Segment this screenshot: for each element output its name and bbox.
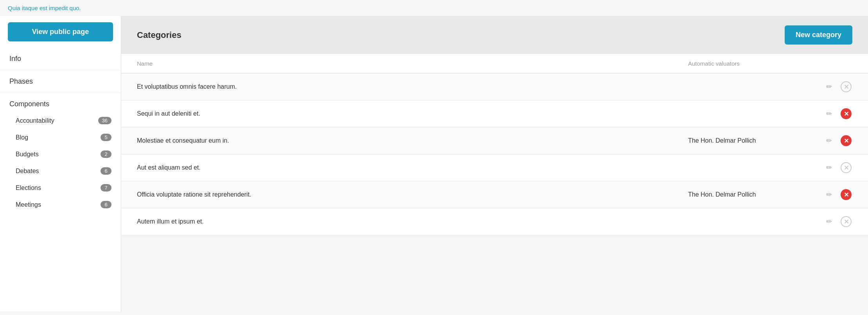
close-icon: ✕ (841, 135, 852, 146)
sidebar-item-blog[interactable]: Blog 5 (0, 129, 121, 146)
pencil-icon: ✏ (826, 136, 832, 145)
edit-button[interactable]: ✏ (823, 81, 835, 93)
categories-table: Name Automatic valuators Et voluptatibus… (121, 54, 868, 235)
close-icon: ✕ (841, 216, 852, 227)
close-icon: ✕ (841, 81, 852, 92)
components-section-label: Components (0, 93, 121, 112)
debates-badge: 6 (101, 167, 111, 175)
col-valuators: Automatic valuators (688, 60, 813, 67)
elections-badge: 7 (101, 184, 111, 192)
meetings-badge: 6 (101, 201, 111, 208)
blog-badge: 5 (101, 134, 111, 141)
row-actions: ✏✕ (813, 215, 852, 228)
delete-button[interactable]: ✕ (840, 107, 852, 120)
table-row: Officia voluptate ratione sit reprehende… (121, 181, 868, 208)
sidebar-item-info[interactable]: Info (0, 48, 121, 70)
row-actions: ✏✕ (813, 81, 852, 93)
col-name: Name (137, 60, 688, 67)
sidebar-item-phases[interactable]: Phases (0, 70, 121, 93)
row-name: Sequi in aut deleniti et. (137, 110, 688, 117)
delete-button[interactable]: ✕ (840, 134, 852, 147)
new-category-button[interactable]: New category (785, 25, 852, 45)
pencil-icon: ✏ (826, 109, 832, 118)
delete-button[interactable]: ✕ (840, 188, 852, 201)
table-row: Et voluptatibus omnis facere harum.✏✕ (121, 73, 868, 100)
row-name: Officia voluptate ratione sit reprehende… (137, 191, 688, 198)
delete-button[interactable]: ✕ (840, 161, 852, 174)
row-actions: ✏✕ (813, 134, 852, 147)
col-actions (813, 60, 852, 67)
row-valuators: The Hon. Delmar Pollich (688, 137, 813, 144)
pencil-icon: ✏ (826, 82, 832, 91)
close-icon: ✕ (841, 108, 852, 119)
sidebar-item-elections[interactable]: Elections 7 (0, 179, 121, 196)
table-row: Aut est aliquam sed et.✏✕ (121, 154, 868, 181)
row-name: Aut est aliquam sed et. (137, 164, 688, 171)
row-name: Autem illum et ipsum et. (137, 218, 688, 225)
row-actions: ✏✕ (813, 188, 852, 201)
pencil-icon: ✏ (826, 217, 832, 226)
sidebar-item-budgets[interactable]: Budgets 2 (0, 146, 121, 163)
row-actions: ✏✕ (813, 161, 852, 174)
sidebar: View public page Info Phases Components … (0, 16, 121, 311)
close-icon: ✕ (841, 162, 852, 173)
accountability-badge: 36 (98, 117, 111, 124)
delete-button[interactable]: ✕ (840, 81, 852, 93)
row-name: Et voluptatibus omnis facere harum. (137, 83, 688, 90)
table-body: Et voluptatibus omnis facere harum.✏✕Seq… (121, 73, 868, 235)
edit-button[interactable]: ✏ (823, 161, 835, 174)
table-row: Autem illum et ipsum et.✏✕ (121, 208, 868, 235)
view-public-page-button[interactable]: View public page (8, 22, 113, 41)
edit-button[interactable]: ✏ (823, 215, 835, 228)
budgets-badge: 2 (101, 150, 111, 158)
subtitle: Quia itaque est impedit quo. (8, 5, 81, 11)
row-valuators: The Hon. Delmar Pollich (688, 191, 813, 198)
table-row: Sequi in aut deleniti et.✏✕ (121, 100, 868, 127)
edit-button[interactable]: ✏ (823, 107, 835, 120)
row-actions: ✏✕ (813, 107, 852, 120)
row-name: Molestiae et consequatur eum in. (137, 137, 688, 144)
main-content: Categories New category Name Automatic v… (121, 16, 868, 311)
pencil-icon: ✏ (826, 190, 832, 199)
categories-title: Categories (137, 30, 182, 40)
sidebar-item-accountability[interactable]: Accountability 36 (0, 112, 121, 129)
categories-header: Categories New category (121, 16, 868, 54)
sidebar-item-meetings[interactable]: Meetings 6 (0, 196, 121, 213)
sidebar-item-debates[interactable]: Debates 6 (0, 163, 121, 179)
pencil-icon: ✏ (826, 163, 832, 172)
edit-button[interactable]: ✏ (823, 134, 835, 147)
table-row: Molestiae et consequatur eum in.The Hon.… (121, 127, 868, 154)
top-bar: Quia itaque est impedit quo. (0, 0, 868, 16)
close-icon: ✕ (841, 189, 852, 200)
edit-button[interactable]: ✏ (823, 188, 835, 201)
table-header: Name Automatic valuators (121, 54, 868, 73)
delete-button[interactable]: ✕ (840, 215, 852, 228)
